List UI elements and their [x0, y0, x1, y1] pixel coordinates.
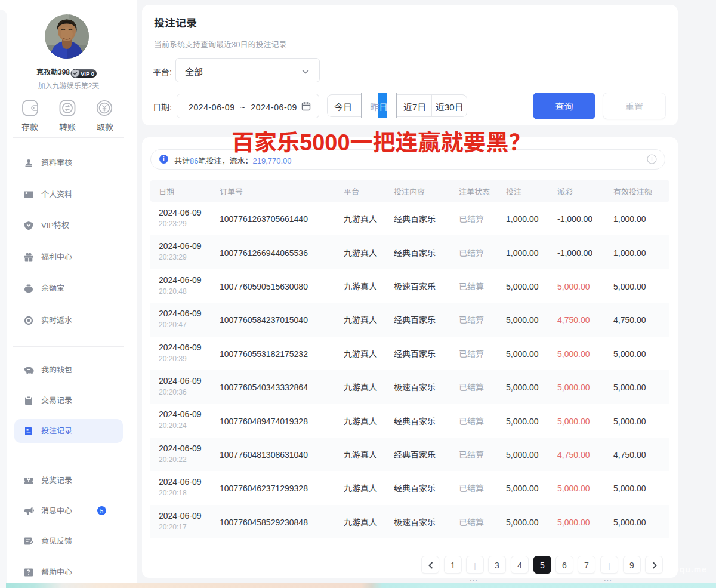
svg-text:VIP 0: VIP 0: [81, 70, 94, 77]
